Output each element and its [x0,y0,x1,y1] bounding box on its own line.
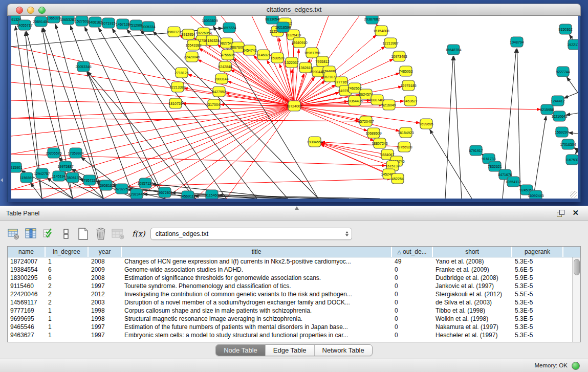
node[interactable]: 6466162 [88,17,102,27]
network-window-titlebar[interactable]: citations_edges.txt [7,4,581,16]
splitter-grip-icon[interactable] [295,206,299,210]
network-canvas[interactable]: 1872400789601238912954182260589827503165… [11,16,578,199]
selected-node[interactable]: 1588520 [270,53,284,63]
node[interactable]: 13505135 [64,172,80,183]
node[interactable]: 17957223 [81,175,97,185]
selected-edge[interactable] [231,70,294,106]
table-row[interactable]: 1938455462009Genome-wide association stu… [8,266,580,274]
cell-pagerank[interactable]: 5.6E-5 [512,266,563,274]
cell-indegree[interactable]: 6 [46,266,89,274]
cell-outde[interactable]: 0 [392,331,433,339]
cell-outde[interactable]: 0 [392,274,433,282]
cell-year[interactable]: 1998 [89,315,122,323]
close-panel-icon[interactable]: ✕ [572,208,579,217]
cell-year[interactable]: 1998 [89,307,122,315]
selected-edge[interactable] [226,106,294,199]
node[interactable]: 12942757 [34,168,50,179]
node[interactable]: 3915901 [11,162,23,172]
node[interactable]: 7857224 [222,23,236,33]
cell-pagerank[interactable]: 5.3E-5 [512,298,563,307]
cell-outde[interactable]: 0 [392,266,433,274]
selected-node[interactable]: 19756928 [396,142,412,152]
selected-node[interactable]: 1322037 [285,57,298,68]
selected-node[interactable]: 7485063 [399,66,412,76]
cell-short[interactable]: Stergiakouli et al. (2012) [433,290,512,298]
selected-node[interactable]: 6216049 [382,100,396,110]
selected-node[interactable]: 9146821 [256,50,270,60]
node[interactable]: 10654112 [506,177,521,187]
node[interactable]: 6791917 [469,145,483,156]
cell-year[interactable]: 1997 [89,331,122,339]
selected-node[interactable]: 18807243 [372,138,387,148]
cell-indegree[interactable]: 1 [46,307,89,315]
cell-short[interactable]: Franke et al. (2009) [433,266,512,274]
edge[interactable] [566,113,578,115]
selected-node[interactable]: 12213383 [169,82,185,92]
cell-pagerank[interactable]: 5.3E-5 [512,307,563,315]
table-row[interactable]: 977716911998Corpus callosum shape and si… [8,307,580,315]
table-row[interactable]: 911546021997Tourette syndrome. Phenomeno… [8,282,580,290]
edge[interactable] [576,150,578,154]
selected-node[interactable]: 16154923 [398,127,413,138]
edge[interactable] [454,56,462,199]
selected-edge[interactable] [11,64,294,106]
selected-node[interactable]: 452254 [391,173,404,184]
function-builder-icon[interactable]: f(x) [132,229,145,238]
node[interactable]: 1145194 [52,171,66,181]
column-header-pagerank[interactable]: pagerank [512,247,563,257]
cell-short[interactable]: Hescheler et al. (1997) [433,331,512,339]
cell-indegree[interactable]: 1 [46,315,89,323]
selected-edge[interactable] [11,100,294,106]
selected-node[interactable]: 8186328 [205,35,219,46]
selected-node[interactable]: 317004 [208,99,220,110]
cell-name[interactable]: 9465546 [8,323,46,331]
selected-node[interactable]: 8960123 [167,27,181,37]
selected-node[interactable]: 1810755 [168,98,182,108]
selected-edge[interactable] [11,106,294,118]
cell-year[interactable]: 2008 [89,257,122,266]
cell-outde[interactable]: 0 [392,307,433,315]
cell-indegree[interactable]: 1 [46,331,89,339]
edge[interactable] [430,129,472,199]
cell-pagerank[interactable]: 5.3E-5 [512,282,563,290]
edge[interactable] [31,183,42,199]
memory-status-indicator[interactable] [572,362,580,370]
cell-short[interactable]: Jankovic et al. (1997) [433,282,512,290]
column-header-name[interactable]: name [8,247,46,257]
row-height-icon[interactable] [59,227,73,240]
node[interactable]: 9115460 [205,190,219,199]
selected-node[interactable]: 7955812 [315,56,329,67]
table-row[interactable]: 1830029562008Estimation of significance … [8,274,580,282]
table-row[interactable]: 946554611997Estimation of the future num… [8,323,580,331]
table-row[interactable]: 946362711997Embryonic stem cells: a mode… [8,331,580,339]
selected-node[interactable]: 20364436 [346,96,362,106]
selected-node[interactable]: 10973493 [391,51,407,61]
cell-title[interactable]: Structural magnetic resonance image aver… [122,315,392,323]
selected-node[interactable]: 9242848 [218,61,232,72]
selected-node[interactable]: 12213987 [382,38,398,48]
cell-outde[interactable]: 0 [392,282,433,290]
node[interactable]: 17359924 [68,148,83,158]
selected-node[interactable]: 10688609 [365,128,381,138]
cell-title[interactable]: Genome-wide association studies in ADHD. [122,266,392,274]
cell-title[interactable]: Changes of HCN gene expression and I(f) … [122,257,392,266]
node[interactable]: 14569117 [180,191,196,199]
table-row[interactable]: 2242004622012Investigating the contribut… [8,290,580,298]
cell-name[interactable]: 9463627 [8,331,46,339]
cell-year[interactable]: 2008 [89,274,122,282]
create-table-icon[interactable] [77,227,90,240]
node[interactable]: 8215958 [540,104,554,115]
node[interactable]: 1065328 [47,16,60,23]
cell-indegree[interactable]: 1 [46,257,89,266]
scrollbar-thumb[interactable] [574,259,580,275]
cell-year[interactable]: 1997 [89,323,122,331]
cell-name[interactable]: 19384554 [8,266,46,274]
selected-node[interactable]: 15720407 [358,116,374,126]
cell-name[interactable]: 18300295 [8,274,46,282]
cell-outde[interactable]: 0 [392,290,433,298]
canvas-resize-grip[interactable] [570,191,577,198]
edge[interactable] [569,133,578,134]
selected-node[interactable]: 12975185 [400,80,416,91]
panel-collapse-arrow-icon[interactable] [1,178,3,182]
cell-pagerank[interactable]: 5.3E-5 [512,315,563,323]
